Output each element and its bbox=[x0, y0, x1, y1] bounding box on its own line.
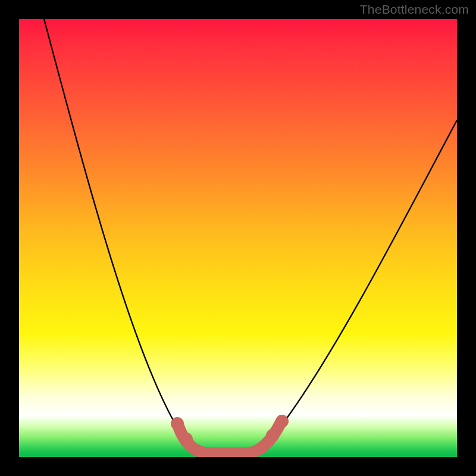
watermark-text: TheBottleneck.com bbox=[360, 2, 469, 17]
trough-highlight bbox=[178, 422, 281, 453]
bottleneck-curve bbox=[44, 19, 457, 452]
chart-frame: TheBottleneck.com bbox=[0, 0, 476, 476]
marker-dot bbox=[171, 417, 184, 430]
marker-dot bbox=[266, 429, 279, 442]
marker-dot bbox=[275, 415, 289, 428]
curve-layer bbox=[19, 19, 457, 457]
plot-area bbox=[19, 19, 457, 457]
marker-dot bbox=[180, 433, 193, 446]
